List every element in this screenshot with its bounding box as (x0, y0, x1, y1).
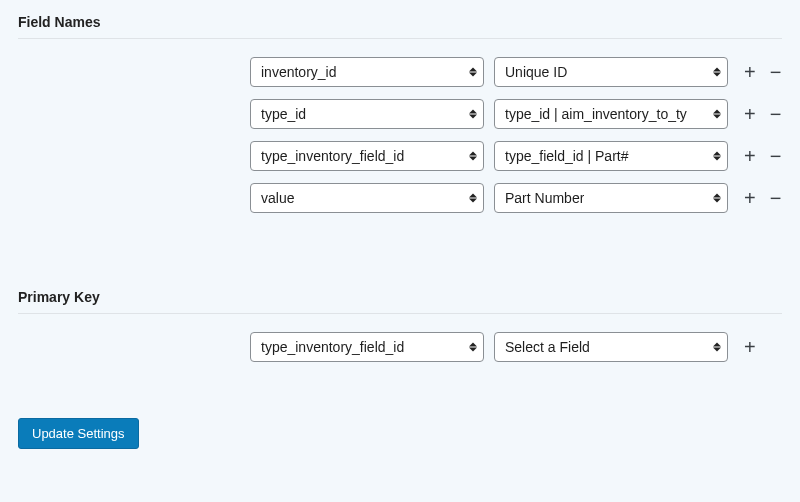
field-target-select[interactable]: Part Number (494, 183, 728, 213)
select-arrows-icon (713, 110, 721, 119)
field-target-select[interactable]: type_id | aim_inventory_to_ty (494, 99, 728, 129)
select-value: type_id (261, 106, 306, 122)
field-row: inventory_id Unique ID + − (250, 57, 782, 87)
row-actions: + − (744, 146, 781, 166)
primary-key-row: type_inventory_field_id Select a Field + (250, 332, 782, 362)
remove-row-button[interactable]: − (770, 104, 782, 124)
primary-key-rows: type_inventory_field_id Select a Field + (18, 332, 782, 362)
select-arrows-icon (469, 110, 477, 119)
field-source-select[interactable]: inventory_id (250, 57, 484, 87)
primary-key-section: Primary Key type_inventory_field_id Sele… (18, 285, 782, 362)
row-actions: + − (744, 62, 781, 82)
select-arrows-icon (713, 68, 721, 77)
update-settings-button[interactable]: Update Settings (18, 418, 139, 449)
select-value: type_field_id | Part# (505, 148, 629, 164)
section-heading-primary-key: Primary Key (18, 285, 782, 313)
field-source-select[interactable]: value (250, 183, 484, 213)
remove-row-button[interactable]: − (770, 146, 782, 166)
select-arrows-icon (469, 343, 477, 352)
field-row: value Part Number + − (250, 183, 782, 213)
select-arrows-icon (469, 194, 477, 203)
select-value: type_inventory_field_id (261, 339, 404, 355)
select-value: inventory_id (261, 64, 337, 80)
select-value: value (261, 190, 294, 206)
field-target-select[interactable]: type_field_id | Part# (494, 141, 728, 171)
remove-row-button[interactable]: − (770, 188, 782, 208)
remove-row-button[interactable]: − (770, 62, 782, 82)
primary-key-source-select[interactable]: type_inventory_field_id (250, 332, 484, 362)
add-row-button[interactable]: + (744, 104, 756, 124)
row-actions: + (744, 337, 756, 357)
add-row-button[interactable]: + (744, 62, 756, 82)
select-value: type_id | aim_inventory_to_ty (505, 106, 687, 122)
field-row: type_inventory_field_id type_field_id | … (250, 141, 782, 171)
add-row-button[interactable]: + (744, 188, 756, 208)
add-row-button[interactable]: + (744, 337, 756, 357)
field-row: type_id type_id | aim_inventory_to_ty + … (250, 99, 782, 129)
select-value: Unique ID (505, 64, 567, 80)
row-actions: + − (744, 188, 781, 208)
field-names-rows: inventory_id Unique ID + − type_id type_… (18, 57, 782, 213)
row-actions: + − (744, 104, 781, 124)
divider (18, 313, 782, 314)
select-value: Part Number (505, 190, 584, 206)
field-source-select[interactable]: type_inventory_field_id (250, 141, 484, 171)
select-arrows-icon (713, 343, 721, 352)
primary-key-target-select[interactable]: Select a Field (494, 332, 728, 362)
select-arrows-icon (469, 152, 477, 161)
select-arrows-icon (713, 152, 721, 161)
select-value: type_inventory_field_id (261, 148, 404, 164)
add-row-button[interactable]: + (744, 146, 756, 166)
select-arrows-icon (713, 194, 721, 203)
section-heading-field-names: Field Names (18, 10, 782, 38)
select-value: Select a Field (505, 339, 590, 355)
select-arrows-icon (469, 68, 477, 77)
field-source-select[interactable]: type_id (250, 99, 484, 129)
divider (18, 38, 782, 39)
field-target-select[interactable]: Unique ID (494, 57, 728, 87)
